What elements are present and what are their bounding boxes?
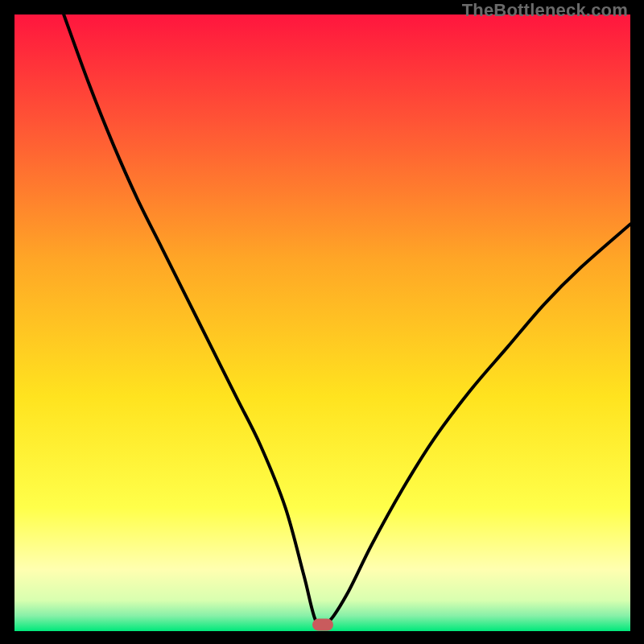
watermark-text: TheBottleneck.com <box>462 0 628 21</box>
optimal-marker <box>312 619 333 631</box>
chart-svg <box>14 14 630 631</box>
gradient-background <box>14 14 630 631</box>
chart-frame <box>14 14 630 631</box>
